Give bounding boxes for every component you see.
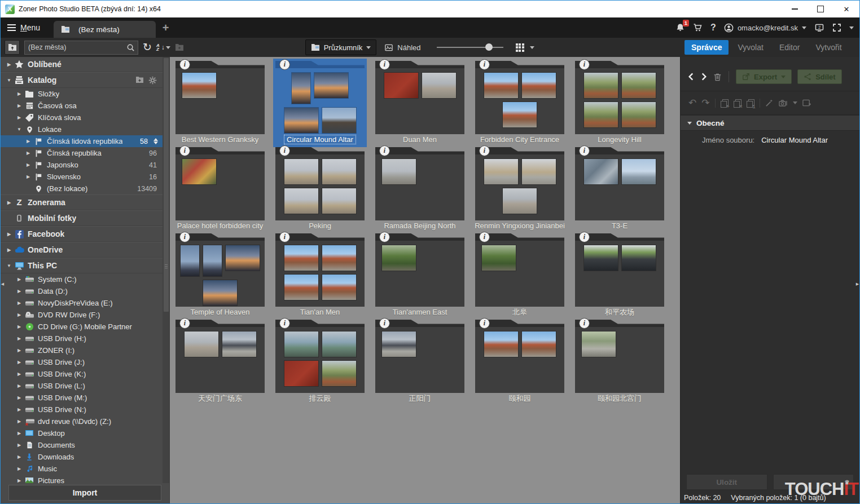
info-icon[interactable]: i — [479, 145, 490, 156]
folder-name[interactable]: Temple of Heaven — [188, 308, 252, 316]
photo-thumbnail[interactable] — [322, 188, 356, 214]
sidebar-item[interactable]: ▶DVD RW Drive (F:) — [1, 309, 163, 321]
photo-thumbnail[interactable] — [322, 361, 356, 386]
refresh-icon[interactable]: ↻ — [143, 43, 152, 52]
filter-input[interactable] — [25, 43, 124, 51]
info-icon[interactable]: i — [279, 232, 290, 242]
folder-card[interactable]: i颐和园 — [475, 320, 564, 404]
info-icon[interactable]: i — [379, 145, 390, 156]
folder-name[interactable]: Best Western Granksky — [179, 135, 261, 144]
expander-right-icon[interactable]: ▶ — [15, 407, 23, 412]
folder-card[interactable]: iPalace hotel forbidden city — [175, 147, 265, 231]
photo-thumbnail[interactable] — [322, 275, 356, 300]
photo-thumbnail[interactable] — [284, 331, 318, 357]
photo-thumbnail[interactable] — [584, 102, 618, 127]
slider-knob[interactable] — [485, 43, 493, 51]
photo-thumbnail[interactable] — [484, 331, 518, 357]
sidebar-item[interactable]: ▶Pictures — [1, 475, 163, 483]
expander-right-icon[interactable]: ▶ — [15, 372, 23, 377]
sidebar-scrollbar[interactable] — [163, 57, 169, 483]
sidebar-item[interactable]: ▶Klíčová slova — [1, 112, 163, 123]
folder-card[interactable]: iForbidden City Entrance — [475, 61, 564, 145]
info-icon[interactable]: i — [279, 318, 290, 329]
folder-name[interactable]: Renmin Yingxiong Jinianbei — [472, 222, 567, 230]
info-icon[interactable]: i — [479, 59, 490, 70]
info-icon[interactable]: i — [179, 318, 190, 329]
sidebar-item[interactable]: Mobilní fotky — [1, 210, 163, 226]
folder-name[interactable]: Forbidden City Entrance — [478, 135, 561, 144]
folder-name[interactable]: 正阳门 — [407, 394, 433, 403]
info-icon[interactable]: i — [479, 318, 490, 329]
expander-right-icon[interactable]: ▶ — [5, 247, 13, 253]
folder-card[interactable]: iPeking — [275, 147, 365, 231]
expander-right-icon[interactable]: ▶ — [24, 162, 32, 167]
folder-card[interactable]: iTian'anmen East — [375, 233, 464, 317]
info-icon[interactable]: i — [179, 232, 190, 242]
mode-tab-editor[interactable]: Editor — [773, 40, 807, 55]
new-folder-icon[interactable] — [175, 43, 184, 51]
sidebar-item[interactable]: ▶Music — [1, 463, 163, 475]
info-icon[interactable]: i — [479, 232, 490, 242]
photo-thumbnail[interactable] — [484, 73, 518, 98]
expander-right-icon[interactable]: ▶ — [5, 200, 13, 205]
info-icon[interactable]: i — [579, 318, 590, 329]
expander-down-icon[interactable]: ▼ — [5, 78, 13, 83]
folder-card[interactable]: iLongevity Hill — [575, 61, 664, 145]
grid-view-caret[interactable] — [530, 46, 534, 49]
info-icon[interactable]: i — [379, 59, 390, 70]
gear-icon[interactable] — [148, 76, 157, 85]
photo-thumbnail[interactable] — [384, 73, 418, 98]
sidebar-item[interactable]: ▶Oblíbené — [1, 57, 163, 72]
delete-icon[interactable] — [713, 72, 722, 81]
photo-thumbnail[interactable] — [622, 159, 656, 184]
expander-right-icon[interactable]: ▶ — [15, 103, 23, 108]
expander-right-icon[interactable]: ▶ — [15, 395, 23, 400]
maximize-button[interactable] — [808, 1, 833, 17]
info-icon[interactable]: i — [579, 145, 590, 156]
photo-thumbnail[interactable] — [284, 275, 318, 300]
info-icon[interactable]: i — [179, 145, 190, 156]
photo-thumbnail[interactable] — [522, 159, 556, 184]
mode-tab-správce[interactable]: Správce — [685, 40, 729, 55]
info-icon[interactable]: i — [379, 318, 390, 329]
photo-thumbnail[interactable] — [584, 159, 618, 184]
mode-tab-vyvolat[interactable]: Vyvolat — [731, 40, 770, 55]
photo-thumbnail[interactable] — [582, 331, 616, 357]
sidebar-item[interactable]: ▶ZONER (I:) — [1, 344, 163, 356]
photo-thumbnail[interactable] — [181, 245, 199, 276]
scrollbar-thumb[interactable] — [164, 58, 169, 312]
sidebar-collapse-handle-left[interactable]: ◀ — [1, 278, 5, 290]
expander-right-icon[interactable]: ▶ — [15, 419, 23, 424]
expander-right-icon[interactable]: ▶ — [15, 478, 23, 483]
sidebar-item[interactable]: ▼Lokace — [1, 123, 163, 135]
expander-right-icon[interactable]: ▶ — [5, 232, 13, 237]
preview-toggle-button[interactable]: Náhled — [382, 43, 423, 52]
panel-collapse-handle-right[interactable]: ▶ — [855, 278, 859, 290]
export-button[interactable]: Export — [736, 69, 792, 84]
folder-name[interactable]: 和平农场 — [603, 308, 637, 316]
new-tab-button[interactable]: + — [156, 21, 176, 34]
sidebar-item[interactable]: ▶Downloads — [1, 451, 163, 463]
expander-right-icon[interactable]: ▶ — [15, 312, 23, 317]
folder-card[interactable]: iDuan Men — [375, 61, 464, 145]
expander-right-icon[interactable]: ▶ — [15, 300, 23, 306]
folder-name[interactable]: 颐和园 — [507, 394, 533, 403]
caret-icon[interactable] — [793, 101, 797, 104]
expander-right-icon[interactable]: ▶ — [24, 151, 32, 156]
sidebar-item[interactable]: ▼This PC — [1, 258, 163, 273]
sidebar-item[interactable]: ▶USB Drive (K:) — [1, 368, 163, 380]
photo-thumbnail[interactable] — [622, 73, 656, 98]
photo-thumbnail[interactable] — [522, 73, 556, 98]
filename-field-value[interactable]: Circular Mound Altar — [761, 136, 828, 144]
expander-right-icon[interactable]: ▶ — [15, 348, 23, 353]
folder-name[interactable]: Tian'anmen East — [390, 308, 450, 316]
photo-thumbnail[interactable] — [284, 108, 318, 133]
mode-tab-vytvořit[interactable]: Vytvořit — [809, 40, 848, 55]
expander-right-icon[interactable]: ▶ — [15, 443, 23, 448]
notifications-bell-icon[interactable]: 1 — [675, 23, 685, 32]
sidebar-item[interactable]: ▶Facebook — [1, 226, 163, 242]
sidebar-item[interactable]: ▶USB Drive (J:) — [1, 356, 163, 368]
expander-right-icon[interactable]: ▶ — [15, 336, 23, 341]
photo-thumbnail[interactable] — [284, 159, 318, 184]
close-button[interactable]: ✕ — [833, 1, 859, 17]
